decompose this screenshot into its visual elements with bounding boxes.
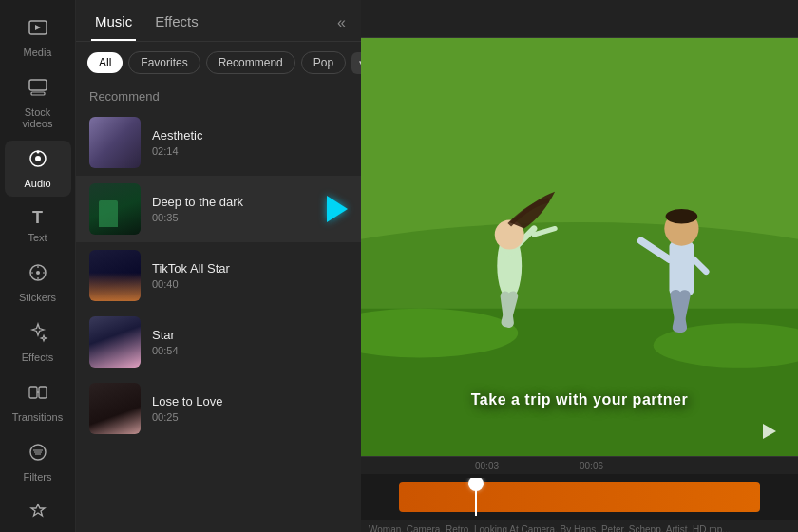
topbar [361,0,798,38]
timeline: 00:03 00:06 Woman, Camera, Retro, Lookin… [361,456,798,532]
music-title-3: TikTok All Star [152,261,348,276]
music-info-1: Aesthetic 02:14 [152,128,348,157]
filter-pop[interactable]: Pop [301,51,346,74]
sidebar-item-effects-label: Effects [22,352,53,363]
music-title-2: Deep to the dark [152,195,348,209]
filter-favorites[interactable]: Favorites [128,51,200,74]
video-background: Take a trip with your partner [361,38,798,456]
svg-point-27 [666,209,698,224]
svg-point-4 [35,156,41,162]
play-overlay [327,196,348,222]
music-item-5[interactable]: Lose to Love 00:25 [76,375,361,442]
sidebar-item-effects[interactable]: Effects [5,314,71,370]
svg-rect-21 [669,241,694,296]
thumb-tiktok [89,250,141,301]
svg-rect-8 [29,387,37,398]
music-duration-2: 00:35 [152,212,348,223]
svg-point-5 [36,151,39,154]
playhead[interactable] [475,478,477,516]
svg-rect-9 [39,387,47,398]
section-recommend-label: Recommend [76,84,361,109]
preview-play-icon [763,424,776,439]
svg-rect-1 [29,80,47,90]
svg-point-7 [36,271,40,275]
text-icon: T [32,208,43,228]
timeline-video-track [361,478,798,516]
tab-effects[interactable]: Effects [151,13,202,41]
sidebar-item-transitions-label: Transitions [12,411,63,423]
thumb-star [89,316,141,368]
thumb-lose [89,383,141,434]
sidebar-item-media-label: Media [24,47,52,58]
audio-icon [28,148,48,174]
timeline-ruler: 00:03 00:06 [361,457,798,474]
sidebar-item-text[interactable]: T Text [5,200,71,251]
panel-tabs: Music Effects « [76,0,361,42]
thumb-deep [89,183,141,235]
sidebar-item-audio-label: Audio [24,178,50,189]
music-info-5: Lose to Love 00:25 [152,394,348,423]
sidebar-item-transitions[interactable]: Transitions [5,374,71,430]
sidebar-item-library[interactable]: Library [5,494,71,532]
sidebar-item-text-label: Text [28,232,47,243]
sidebar-item-stickers[interactable]: Stickers [5,255,71,311]
music-item-3[interactable]: TikTok All Star 00:40 [76,242,361,309]
media-icon [28,17,48,43]
library-icon [28,502,48,527]
video-clip[interactable] [399,482,760,512]
collapse-button[interactable]: « [337,14,346,41]
music-title-4: Star [152,328,348,342]
music-title-5: Lose to Love [152,394,348,408]
sidebar-item-stock-label: Stock videos [10,106,66,129]
music-duration-5: 00:25 [152,411,348,423]
sidebar-item-stock-videos[interactable]: Stock videos [5,69,71,137]
music-title-1: Aesthetic [152,128,348,142]
stickers-icon [28,262,48,288]
music-item-1[interactable]: Aesthetic 02:14 [76,109,361,176]
music-info-2: Deep to the dark 00:35 [152,195,348,223]
subtitle-text: Take a trip with your partner [471,391,688,408]
preview-area: Take a trip with your partner [361,38,798,456]
sidebar-item-audio[interactable]: Audio [5,141,71,197]
timeline-clip-label: Woman, Camera, Retro, Looking At Camera,… [369,524,731,533]
main-area: Take a trip with your partner 00:03 00:0… [361,0,798,532]
sidebar-item-media[interactable]: Media [5,10,71,66]
music-duration-3: 00:40 [152,278,348,290]
music-duration-1: 02:14 [152,145,348,157]
filters-icon [28,442,48,467]
svg-rect-2 [31,92,45,95]
stock-videos-icon [28,77,48,103]
music-list: Aesthetic 02:14 Deep to the dark 00:35 T… [76,109,361,532]
transitions-icon [28,382,48,408]
play-triangle-icon [327,196,348,222]
effects-icon [28,322,48,348]
music-item-2[interactable]: Deep to the dark 00:35 [76,176,361,242]
music-info-4: Star 00:54 [152,328,348,356]
sidebar-item-stickers-label: Stickers [19,292,56,303]
thumb-aesthetic [89,117,141,168]
filter-bar: All Favorites Recommend Pop ▾ [76,42,361,84]
music-item-4[interactable]: Star 00:54 [76,309,361,375]
sidebar: Media Stock videos Audio T Text [0,0,76,532]
music-duration-4: 00:54 [152,345,348,356]
ruler-mark-2: 00:06 [580,461,603,471]
sidebar-item-filters[interactable]: Filters [5,434,71,490]
tab-music[interactable]: Music [91,13,136,41]
music-info-3: TikTok All Star 00:40 [152,261,348,290]
music-panel: Music Effects « All Favorites Recommend … [76,0,361,532]
sidebar-item-filters-label: Filters [24,471,52,483]
preview-play-button[interactable] [756,418,783,445]
ruler-mark-1: 00:03 [475,461,499,471]
timeline-bottom-bar: Woman, Camera, Retro, Looking At Camera,… [361,520,798,532]
filter-all[interactable]: All [87,52,123,73]
filter-recommend[interactable]: Recommend [206,51,295,74]
